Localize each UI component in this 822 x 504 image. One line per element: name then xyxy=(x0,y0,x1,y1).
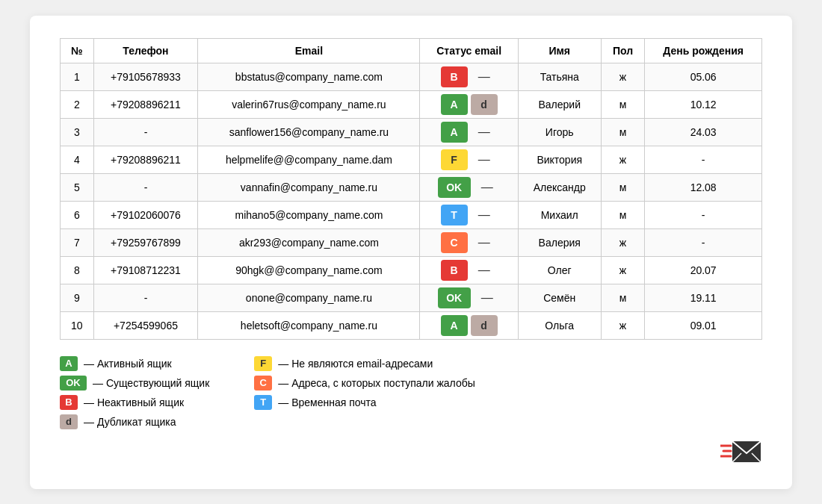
legend-key: d xyxy=(60,414,78,429)
main-card: № Телефон Email Статус email Имя Пол Ден… xyxy=(30,16,792,489)
table-row: 2+79208896211valerin67rus@company_name.r… xyxy=(61,90,762,118)
cell-gender: ж xyxy=(601,228,645,256)
cell-email: heletsoft@company_name.ru xyxy=(198,311,420,339)
cell-status: C— xyxy=(420,228,518,256)
cell-name: Валерия xyxy=(518,228,601,256)
cell-birthday: 24.03 xyxy=(645,118,762,146)
table-row: 1+79105678933bbstatus@company_name.comB—… xyxy=(61,63,762,90)
legend-item: F— Не являются email-адресами xyxy=(254,356,475,371)
col-header-birthday: День рождения xyxy=(645,38,762,63)
cell-birthday: 19.11 xyxy=(645,284,762,311)
legend-item: OK— Существующий ящик xyxy=(60,376,209,391)
cell-status: F— xyxy=(420,146,518,173)
cell-name: Олег xyxy=(518,256,601,284)
cell-phone: - xyxy=(93,284,198,311)
status-badge-primary: F xyxy=(441,149,468,170)
status-badge-primary: OK xyxy=(438,177,471,198)
cell-num: 1 xyxy=(61,63,94,90)
col-header-email: Email xyxy=(198,38,420,63)
cell-email: 90hgk@@company_name.com xyxy=(198,256,420,284)
cell-name: Виктория xyxy=(518,146,601,173)
cell-birthday: - xyxy=(645,201,762,228)
cell-birthday: - xyxy=(645,146,762,173)
cell-phone: +79259767899 xyxy=(93,228,198,256)
cell-status: Ad xyxy=(420,311,518,339)
col-header-num: № xyxy=(61,38,94,63)
legend-desc: — Существующий ящик xyxy=(93,377,209,389)
table-row: 3-sanflower156@company_name.ruA—Игорьм24… xyxy=(61,118,762,146)
cell-gender: м xyxy=(601,90,645,118)
cell-gender: ж xyxy=(601,63,645,90)
status-badge-secondary: — xyxy=(471,66,498,87)
cell-email: onone@company_name.ru xyxy=(198,284,420,311)
cell-num: 7 xyxy=(61,228,94,256)
cell-birthday: 20.07 xyxy=(645,256,762,284)
legend-right: F— Не являются email-адресамиC— Адреса, … xyxy=(254,356,475,429)
legend-item: B— Неактивный ящик xyxy=(60,395,209,410)
legend-item: C— Адреса, с которых поступали жалобы xyxy=(254,376,475,391)
status-badge-secondary: — xyxy=(471,205,498,225)
email-icon-area xyxy=(60,435,762,467)
cell-status: OK— xyxy=(420,173,518,201)
cell-birthday: 05.06 xyxy=(645,63,762,90)
cell-status: B— xyxy=(420,256,518,284)
legend-item: A— Активный ящик xyxy=(60,356,209,371)
cell-name: Александр xyxy=(518,173,601,201)
legend-desc: — Неактивный ящик xyxy=(84,396,184,408)
col-header-gender: Пол xyxy=(601,38,645,63)
status-badge-secondary: — xyxy=(471,260,498,281)
status-badge-secondary: d xyxy=(471,315,498,336)
email-send-icon xyxy=(720,435,762,467)
status-badge-secondary: — xyxy=(474,287,501,308)
table-row: 7+79259767899akr293@company_name.comC—Ва… xyxy=(61,228,762,256)
cell-num: 10 xyxy=(61,311,94,339)
cell-status: T— xyxy=(420,201,518,228)
legend-desc: — Дубликат ящика xyxy=(84,416,176,428)
table-row: 8+7910871223190hgk@@company_name.comB—Ол… xyxy=(61,256,762,284)
col-header-name: Имя xyxy=(518,38,601,63)
status-badge-primary: OK xyxy=(438,287,471,308)
cell-status: OK— xyxy=(420,284,518,311)
cell-num: 6 xyxy=(61,201,94,228)
legend-desc: — Не являются email-адресами xyxy=(278,358,433,370)
legend-key: C xyxy=(254,376,272,391)
status-badge-secondary: — xyxy=(474,177,501,198)
cell-num: 9 xyxy=(61,284,94,311)
cell-num: 3 xyxy=(61,118,94,146)
status-badge-primary: B xyxy=(441,260,468,281)
legend-key: B xyxy=(60,395,78,410)
cell-email: mihano5@company_name.com xyxy=(198,201,420,228)
status-badge-secondary: d xyxy=(471,94,498,115)
table-row: 4+79208896211helpmelife@@company_name.da… xyxy=(61,146,762,173)
legend-key: OK xyxy=(60,376,87,391)
cell-name: Игорь xyxy=(518,118,601,146)
cell-gender: м xyxy=(601,284,645,311)
cell-birthday: - xyxy=(645,228,762,256)
cell-phone: +79208896211 xyxy=(93,90,198,118)
cell-name: Семён xyxy=(518,284,601,311)
table-row: 10+7254599065heletsoft@company_name.ruAd… xyxy=(61,311,762,339)
cell-name: Татьяна xyxy=(518,63,601,90)
cell-email: bbstatus@company_name.com xyxy=(198,63,420,90)
status-badge-primary: T xyxy=(441,205,468,225)
cell-email: akr293@company_name.com xyxy=(198,228,420,256)
cell-email: vannafin@company_name.ru xyxy=(198,173,420,201)
col-header-phone: Телефон xyxy=(93,38,198,63)
cell-email: valerin67rus@company_name.ru xyxy=(198,90,420,118)
cell-gender: ж xyxy=(601,311,645,339)
legend-key: A xyxy=(60,356,78,371)
cell-status: Ad xyxy=(420,90,518,118)
status-badge-secondary: — xyxy=(471,232,498,253)
cell-gender: ж xyxy=(601,256,645,284)
status-badge-primary: A xyxy=(441,315,468,336)
cell-phone: +79105678933 xyxy=(93,63,198,90)
cell-birthday: 12.08 xyxy=(645,173,762,201)
cell-status: B— xyxy=(420,63,518,90)
legend-key: F xyxy=(254,356,272,371)
cell-num: 2 xyxy=(61,90,94,118)
cell-phone: - xyxy=(93,118,198,146)
cell-gender: м xyxy=(601,118,645,146)
legend-key: T xyxy=(254,395,272,410)
table-row: 5-vannafin@company_name.ruOK—Александрм1… xyxy=(61,173,762,201)
cell-gender: ж xyxy=(601,146,645,173)
